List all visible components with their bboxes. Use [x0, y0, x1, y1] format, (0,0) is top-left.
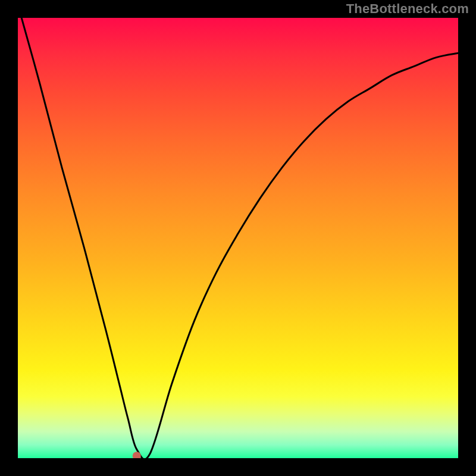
curve-layer: [18, 18, 458, 458]
watermark-text: TheBottleneck.com: [346, 1, 469, 17]
bottleneck-curve: [18, 18, 458, 458]
chart-frame: TheBottleneck.com: [0, 0, 476, 476]
plot-area: [18, 18, 458, 458]
